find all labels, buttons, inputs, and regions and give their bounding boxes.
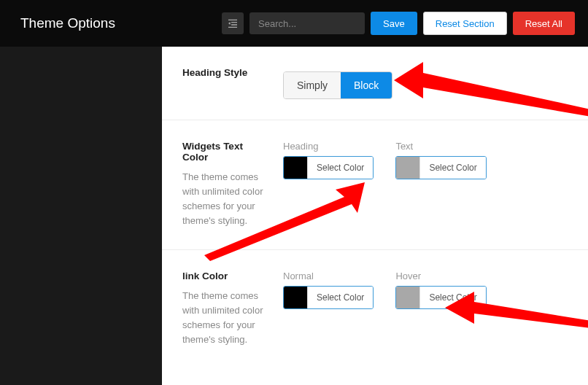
heading-style-button-group: Simply Block — [283, 71, 392, 99]
widgets-text-color-title: Widgets Text Color — [182, 141, 266, 163]
top-header: Theme Options Save Reset Section Reset A… — [0, 0, 588, 47]
text-color-label: Text — [395, 141, 486, 152]
hover-color-picker[interactable]: Select Color — [395, 286, 486, 309]
heading-style-title: Heading Style — [182, 67, 266, 78]
normal-color-swatch — [284, 287, 307, 308]
sidebar — [0, 47, 162, 385]
panel-toggle-button[interactable] — [222, 12, 244, 34]
section-link-color: link Color The theme comes with unlimite… — [162, 250, 588, 368]
widgets-text-color-desc: The theme comes with unlimited color sch… — [182, 170, 266, 229]
normal-color-label: Normal — [283, 271, 374, 281]
heading-style-field: Simply Block — [283, 67, 568, 99]
heading-color-label: Heading — [283, 141, 374, 152]
select-color-label: Select Color — [307, 157, 373, 179]
indent-icon — [227, 18, 239, 29]
select-color-label: Select Color — [419, 157, 485, 179]
heading-color-picker[interactable]: Select Color — [283, 156, 374, 179]
content-panel: Heading Style Simply Block Widgets Text … — [162, 47, 588, 385]
heading-style-block[interactable]: Block — [341, 72, 392, 98]
widgets-text-color-fields: Heading Select Color Text Select Color — [283, 141, 568, 229]
select-color-label: Select Color — [307, 287, 373, 308]
search-input[interactable] — [249, 12, 365, 34]
text-color-swatch — [396, 157, 419, 179]
save-button[interactable]: Save — [371, 12, 417, 35]
page-title: Theme Options — [20, 15, 216, 31]
section-heading-style: Heading Style Simply Block — [162, 47, 588, 120]
link-color-fields: Normal Select Color Hover Select Color — [283, 271, 568, 348]
text-color-picker[interactable]: Select Color — [395, 156, 486, 179]
heading-style-simply[interactable]: Simply — [284, 72, 341, 98]
link-color-desc: The theme comes with unlimited color sch… — [182, 289, 266, 348]
link-color-title: link Color — [182, 271, 266, 281]
section-widgets-text-color: Widgets Text Color The theme comes with … — [162, 120, 588, 250]
color-group-text: Text Select Color — [395, 141, 486, 179]
color-group-hover: Hover Select Color — [395, 271, 486, 309]
section-label: Heading Style — [182, 67, 266, 99]
body-wrap: Heading Style Simply Block Widgets Text … — [0, 47, 588, 385]
reset-section-button[interactable]: Reset Section — [423, 12, 507, 35]
heading-color-swatch — [284, 157, 307, 179]
reset-all-button[interactable]: Reset All — [513, 12, 575, 35]
section-label: link Color The theme comes with unlimite… — [182, 271, 266, 348]
select-color-label: Select Color — [419, 287, 485, 308]
section-label: Widgets Text Color The theme comes with … — [182, 141, 266, 229]
color-group-heading: Heading Select Color — [283, 141, 374, 179]
hover-color-swatch — [396, 287, 419, 308]
hover-color-label: Hover — [395, 271, 486, 281]
normal-color-picker[interactable]: Select Color — [283, 286, 374, 309]
color-group-normal: Normal Select Color — [283, 271, 374, 309]
